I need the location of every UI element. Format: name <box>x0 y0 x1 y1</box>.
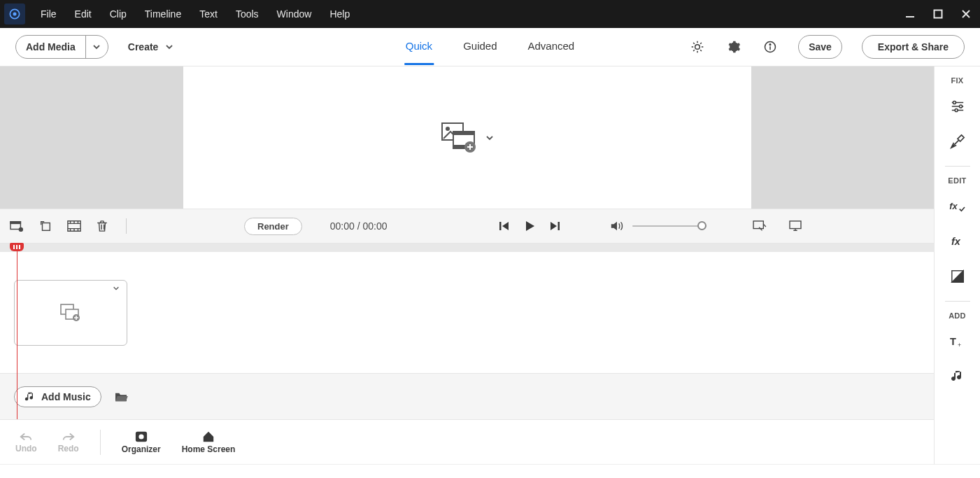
svg-rect-10 <box>453 132 474 135</box>
tools-icon[interactable] <box>942 125 974 157</box>
playback-bar: Render 00:00 / 00:00 <box>0 209 934 244</box>
undo-icon <box>19 431 33 442</box>
home-screen-button[interactable]: Home Screen <box>182 430 236 454</box>
organizer-label: Organizer <box>122 444 161 454</box>
svg-point-6 <box>769 44 771 45</box>
redo-icon <box>62 431 76 442</box>
fix-section-label: FIX <box>951 76 963 85</box>
menu-text[interactable]: Text <box>191 6 226 22</box>
menu-timeline[interactable]: Timeline <box>136 6 190 22</box>
svg-rect-16 <box>43 223 50 231</box>
add-media-dropdown[interactable] <box>85 36 108 58</box>
playhead-line <box>17 251 17 419</box>
svg-point-28 <box>959 105 962 108</box>
bottom-bar: Undo Redo Organizer Home Screen <box>0 419 934 464</box>
separator <box>126 218 127 234</box>
timeline-ruler[interactable] <box>0 244 934 252</box>
left-column: Render 00:00 / 00:00 <box>0 66 934 464</box>
preview-area <box>0 66 934 209</box>
workspace-tabs: Quick Guided Advanced <box>404 29 576 65</box>
svg-rect-21 <box>790 221 801 229</box>
preview-placeholder[interactable] <box>441 122 494 154</box>
svg-text:fx: fx <box>951 236 960 247</box>
tab-quick[interactable]: Quick <box>404 29 434 65</box>
add-music-button[interactable]: Add Music <box>14 386 101 407</box>
prev-frame-button[interactable] <box>498 220 511 232</box>
add-section-label: ADD <box>949 311 966 320</box>
tab-guided[interactable]: Guided <box>462 29 498 65</box>
export-share-button[interactable]: Export & Share <box>862 35 965 59</box>
window-close-button[interactable] <box>952 4 980 24</box>
trash-icon[interactable] <box>97 220 108 232</box>
chevron-down-icon <box>485 134 494 142</box>
app-logo <box>4 3 25 24</box>
menu-help[interactable]: Help <box>321 6 358 22</box>
fx-icon[interactable]: fx <box>942 225 974 258</box>
status-bar <box>0 464 980 478</box>
contrast-icon[interactable] <box>942 260 974 293</box>
quality-icon[interactable] <box>753 220 767 232</box>
window-controls <box>896 4 980 24</box>
info-icon[interactable] <box>762 38 779 55</box>
home-label: Home Screen <box>182 444 236 454</box>
organizer-icon <box>134 430 148 443</box>
create-label: Create <box>128 41 159 52</box>
create-button[interactable]: Create <box>121 41 181 52</box>
folder-icon[interactable] <box>114 391 128 402</box>
tab-advanced[interactable]: Advanced <box>527 29 576 65</box>
add-text-icon[interactable]: T+ <box>942 325 974 358</box>
window-maximize-button[interactable] <box>924 4 952 24</box>
separator <box>100 430 101 455</box>
gear-icon[interactable] <box>725 38 742 55</box>
clip-slot-dropdown[interactable] <box>113 285 120 292</box>
save-label: Save <box>809 41 832 52</box>
organizer-button[interactable]: Organizer <box>122 430 161 454</box>
add-media-placeholder-icon <box>441 122 480 154</box>
add-music-label: Add Music <box>41 391 91 402</box>
save-button[interactable]: Save <box>798 35 842 59</box>
menu-window[interactable]: Window <box>269 6 320 22</box>
fx-applied-icon[interactable]: fx <box>942 190 974 223</box>
volume-knob[interactable] <box>697 221 706 230</box>
svg-point-1 <box>13 13 17 16</box>
volume-slider[interactable] <box>632 220 706 232</box>
add-media-label: Add Media <box>16 41 85 52</box>
svg-rect-19 <box>558 222 560 230</box>
time-total: 00:00 <box>363 220 388 232</box>
menu-clip[interactable]: Clip <box>101 6 135 22</box>
menu-edit[interactable]: Edit <box>66 6 100 22</box>
next-frame-button[interactable] <box>548 220 561 232</box>
add-music-icon[interactable] <box>942 360 974 393</box>
timeline: Add Music <box>0 244 934 419</box>
undo-button[interactable]: Undo <box>15 431 37 454</box>
right-panel: FIX EDIT fx fx ADD T+ <box>934 66 980 464</box>
freeze-frame-icon[interactable] <box>10 220 24 232</box>
add-media-button[interactable]: Add Media <box>15 35 108 59</box>
film-icon[interactable] <box>67 220 81 232</box>
fullscreen-icon[interactable] <box>789 220 802 232</box>
play-button[interactable] <box>523 220 536 232</box>
svg-text:+: + <box>958 342 961 349</box>
window-minimize-button[interactable] <box>896 4 924 24</box>
brightness-icon[interactable] <box>689 38 706 55</box>
adjustments-icon[interactable] <box>942 90 974 122</box>
svg-point-4 <box>695 45 700 50</box>
svg-point-29 <box>955 108 958 111</box>
clip-slot[interactable] <box>14 280 127 346</box>
menu-tools[interactable]: Tools <box>227 6 267 22</box>
export-label: Export & Share <box>878 41 949 52</box>
time-current: 00:00 <box>330 220 355 232</box>
svg-point-27 <box>953 101 956 104</box>
svg-text:T: T <box>950 336 956 347</box>
menu-file[interactable]: File <box>32 6 65 22</box>
video-track[interactable] <box>0 252 934 373</box>
music-note-icon <box>24 391 36 402</box>
svg-rect-14 <box>10 222 20 224</box>
divider <box>945 166 970 167</box>
svg-point-26 <box>139 434 143 439</box>
volume-icon[interactable] <box>610 220 624 232</box>
rotate-icon[interactable] <box>39 220 52 232</box>
render-button[interactable]: Render <box>244 218 302 235</box>
home-icon <box>201 430 215 443</box>
redo-button[interactable]: Redo <box>58 431 79 454</box>
